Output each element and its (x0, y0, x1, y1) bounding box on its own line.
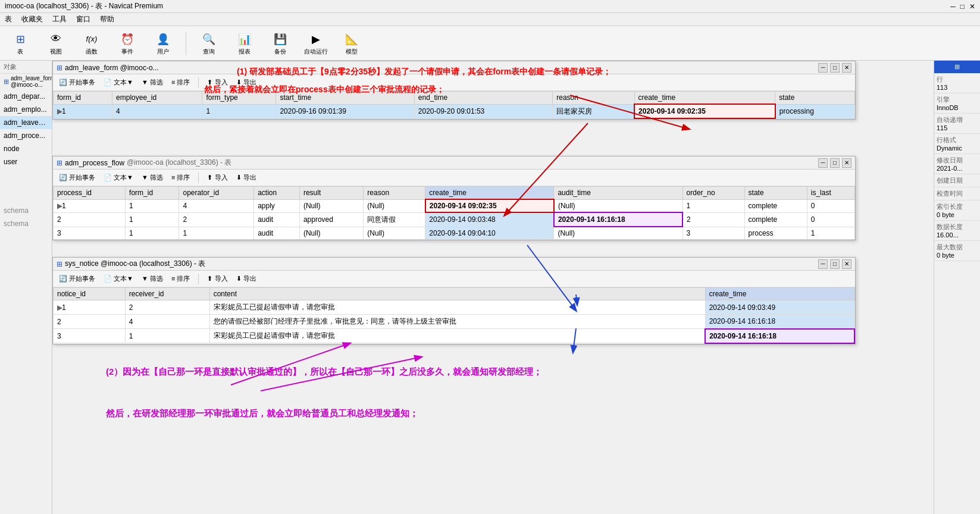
table-row[interactable]: ▶1 2 宋彩妮员工已提起请假申请，请您审批 2020-09-14 09:03:… (54, 300, 855, 315)
col-state[interactable]: state (775, 92, 855, 105)
cell-create-time-leave: 2020-09-14 09:02:35 (634, 104, 775, 118)
col-form-id[interactable]: form_id (54, 92, 112, 105)
sidebar-item-user[interactable]: user (0, 155, 52, 168)
maximize-btn[interactable]: □ (960, 2, 965, 11)
menu-window[interactable]: 窗口 (76, 14, 90, 24)
maximize-process-flow[interactable]: □ (830, 158, 840, 168)
col-action[interactable]: action (254, 187, 300, 200)
toolbar-model-btn[interactable]: 📐 模型 (336, 29, 367, 58)
col-audit-time[interactable]: audit_time (554, 187, 682, 200)
col-notice-create-time[interactable]: create_time (705, 288, 854, 300)
menu-help[interactable]: 帮助 (100, 14, 114, 24)
toolbar-autorun-btn[interactable]: ▶ 自动运行 (300, 29, 331, 58)
menu-table[interactable]: 表 (5, 14, 12, 24)
col-pf-form-id[interactable]: form_id (126, 187, 179, 200)
toolbar-user-btn[interactable]: 👤 用户 (148, 29, 179, 58)
table-row[interactable]: 2 4 您的请假已经被部门经理齐子里批准，审批意见：同意，请等待上级主管审批 2… (54, 315, 855, 329)
close-process-flow[interactable]: ✕ (842, 158, 851, 168)
col-employee-id[interactable]: employee_id (112, 92, 202, 105)
begin-tx-btn2[interactable]: 🔄 开始事务 (57, 173, 98, 183)
export-btn3[interactable]: ⬇ 导出 (234, 274, 259, 284)
export-btn2[interactable]: ⬇ 导出 (234, 173, 259, 183)
table-row[interactable]: ▶1 4 1 2020-09-16 09:01:39 2020-09-20 09… (54, 104, 855, 118)
sort-btn2[interactable]: ≡ 排序 (169, 173, 192, 183)
col-reason[interactable]: reason (553, 92, 634, 105)
annotation-bottom2: 然后，在研发部经理那一环审批通过后，就会立即给普通员工和总经理发通知； (106, 406, 879, 421)
table-row[interactable]: ▶1 1 4 apply (Null) (Null) 2020-09-14 09… (54, 199, 855, 212)
minimize-notice[interactable]: ─ (818, 259, 828, 269)
minimize-process-flow[interactable]: ─ (818, 158, 828, 168)
col-pf-reason[interactable]: reason (364, 187, 425, 200)
sidebar-item-schema2[interactable]: schema (0, 217, 52, 230)
import-btn2[interactable]: ⬆ 导入 (205, 173, 230, 183)
minimize-leave-form[interactable]: ─ (818, 63, 828, 73)
filter-btn2[interactable]: ▼ 筛选 (139, 173, 165, 183)
sidebar-item-department[interactable]: adm_depar... (0, 90, 52, 103)
import-btn[interactable]: ⬆ 导入 (205, 77, 230, 87)
table-row[interactable]: 3 1 宋彩妮员工已提起请假申请，请您审批 2020-09-14 16:16:1… (54, 329, 855, 343)
text-btn2[interactable]: 📄 文本▼ (101, 173, 136, 183)
col-end-time[interactable]: end_time (414, 92, 552, 105)
sidebar-item-leave-form[interactable]: adm_leave_... (0, 116, 52, 129)
export-btn[interactable]: ⬇ 导出 (234, 77, 259, 87)
col-receiver-id[interactable]: receiver_id (125, 288, 209, 300)
col-process-id[interactable]: process_id (54, 187, 126, 200)
col-form-type[interactable]: form_type (202, 92, 276, 105)
toolbar-view-btn[interactable]: 👁 视图 (40, 29, 71, 58)
col-content[interactable]: content (209, 288, 705, 300)
table-row[interactable]: 3 1 1 audit (Null) (Null) 2020-09-14 09:… (54, 227, 855, 240)
close-notice[interactable]: ✕ (842, 259, 851, 269)
filter-btn3[interactable]: ▼ 筛选 (139, 274, 165, 284)
toolbar-report-btn[interactable]: 📊 报表 (229, 29, 260, 58)
maximize-notice[interactable]: □ (830, 259, 840, 269)
sort-btn3[interactable]: ≡ 排序 (169, 274, 192, 284)
sidebar: 对象 ⊞ adm_leave_form @imooc-o... adm_depa… (0, 61, 52, 514)
col-start-time[interactable]: start_time (276, 92, 414, 105)
import-btn3[interactable]: ⬆ 导入 (205, 274, 230, 284)
backup-icon: 💾 (272, 31, 289, 48)
sort-btn[interactable]: ≡ 排序 (169, 77, 192, 87)
close-leave-form[interactable]: ✕ (842, 63, 851, 73)
table-icon: ⊞ (12, 31, 29, 48)
sidebar-item-employee[interactable]: adm_emplo... (0, 103, 52, 116)
begin-tx-btn3[interactable]: 🔄 开始事务 (57, 274, 98, 284)
right-panel-engine: 引擎 InnoDB (934, 93, 980, 114)
notice-controls: ─ □ ✕ (818, 259, 851, 269)
minimize-btn[interactable]: ─ (950, 2, 956, 11)
menu-favorites[interactable]: 收藏夹 (21, 14, 43, 24)
col-notice-id[interactable]: notice_id (54, 288, 126, 300)
main-layout: 对象 ⊞ adm_leave_form @imooc-o... adm_depa… (0, 61, 980, 514)
toolbar-query-btn[interactable]: 🔍 查询 (193, 29, 224, 58)
toolbar-backup-btn[interactable]: 💾 备份 (265, 29, 296, 58)
filter-btn[interactable]: ▼ 筛选 (139, 77, 165, 87)
right-panel-rows: 行 113 (934, 73, 980, 93)
maximize-leave-form[interactable]: □ (830, 63, 840, 73)
col-pf-state[interactable]: state (744, 187, 807, 200)
col-create-time[interactable]: create_time (634, 92, 775, 105)
notice-title: sys_notice @imooc-oa (localhost_3306) - … (65, 259, 205, 269)
svg-line-4 (231, 343, 350, 385)
sidebar-item-node[interactable]: node (0, 142, 52, 155)
col-pf-create-time[interactable]: create_time (425, 187, 554, 200)
toolbar-table-btn[interactable]: ⊞ 表 (5, 29, 36, 58)
toolbar-event-btn[interactable]: ⏰ 事件 (112, 29, 143, 58)
begin-transaction-btn[interactable]: 🔄 开始事务 (57, 77, 98, 87)
sidebar-item-schema1[interactable]: schema (0, 204, 52, 217)
col-order-no[interactable]: order_no (682, 187, 744, 200)
col-operator-id[interactable]: operator_id (179, 187, 254, 200)
text-btn[interactable]: 📄 文本▼ (101, 77, 136, 87)
cell-start-time: 2020-09-16 09:01:39 (276, 104, 414, 118)
leave-form-window: ⊞ adm_leave_form @imooc-o... ─ □ ✕ 🔄 开始事… (52, 61, 856, 120)
cell-reason: 回老家买房 (553, 104, 634, 118)
table-row[interactable]: 2 1 2 audit approved 同意请假 2020-09-14 09:… (54, 212, 855, 227)
text-btn3[interactable]: 📄 文本▼ (101, 274, 136, 284)
toolbar-function-btn[interactable]: f(x) 函数 (76, 29, 107, 58)
menu-tools[interactable]: 工具 (52, 14, 67, 24)
sidebar-item-process-flow[interactable]: adm_proce... (0, 129, 52, 142)
col-is-last[interactable]: is_last (807, 187, 854, 200)
process-flow-window: ⊞ adm_process_flow @imooc-oa (localhost_… (52, 156, 856, 240)
process-flow-controls: ─ □ ✕ (818, 158, 851, 168)
col-result[interactable]: result (299, 187, 363, 200)
close-btn[interactable]: ✕ (969, 2, 975, 11)
process-flow-toolbar: 🔄 开始事务 📄 文本▼ ▼ 筛选 ≡ 排序 ⬆ 导入 ⬇ 导出 (53, 170, 855, 186)
